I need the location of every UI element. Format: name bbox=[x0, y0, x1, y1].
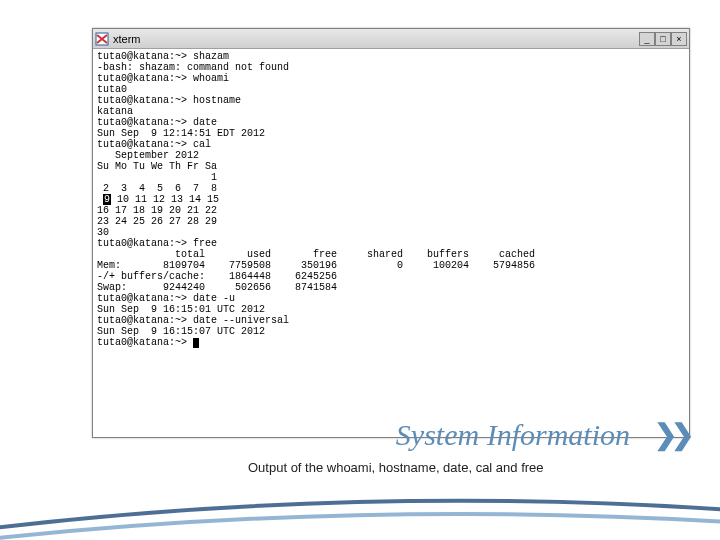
terminal-output[interactable]: tuta0@katana:~> shazam -bash: shazam: co… bbox=[93, 49, 689, 437]
minimize-button[interactable]: _ bbox=[639, 32, 655, 46]
xterm-window: xterm _ □ × tuta0@katana:~> shazam -bash… bbox=[92, 28, 690, 438]
chevron-icon: ❯❯ bbox=[654, 418, 688, 451]
window-titlebar[interactable]: xterm _ □ × bbox=[93, 29, 689, 49]
xterm-icon bbox=[95, 32, 109, 46]
titlebar-button-group: _ □ × bbox=[639, 32, 687, 46]
maximize-button[interactable]: □ bbox=[655, 32, 671, 46]
slide-container: xterm _ □ × tuta0@katana:~> shazam -bash… bbox=[0, 0, 720, 540]
slide-title: System Information bbox=[396, 418, 630, 452]
close-button[interactable]: × bbox=[671, 32, 687, 46]
window-title: xterm bbox=[113, 33, 639, 45]
decorative-swoosh bbox=[0, 470, 720, 540]
